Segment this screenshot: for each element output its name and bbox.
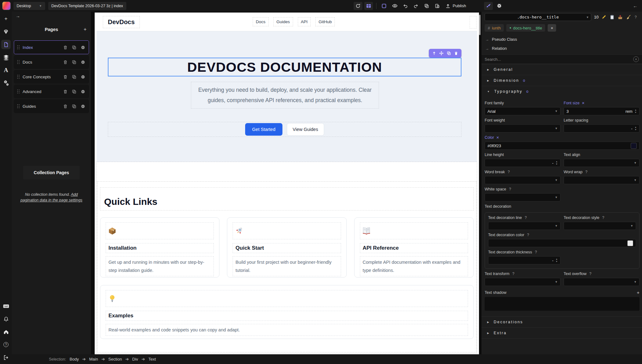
pseudo-class-row[interactable]: → Pseudo Class [482,35,642,44]
help-question[interactable]: ? [634,15,637,19]
breadcrumb-text[interactable]: Text [149,357,156,361]
select-parent-arrow-icon[interactable] [432,51,436,55]
stepper-icon[interactable]: ▲▼ [635,109,637,114]
integrations-gears-icon[interactable] [1,78,11,88]
drag-handle-icon[interactable] [17,104,19,108]
shortcuts-keyboard-icon[interactable] [1,301,11,311]
site-logo[interactable]: DevDocs [103,16,140,28]
breadcrumb-body[interactable]: Body [70,357,79,361]
outline-mode-icon[interactable] [380,2,388,10]
canvas-scrollbar[interactable] [479,15,481,35]
duplicate-copy-icon[interactable] [71,74,77,80]
duplicate-copy-icon[interactable] [71,89,77,94]
canvas-page[interactable]: DevDocs Docs Guides API GitHub DEVDOCS D… [95,13,479,354]
style-source-select[interactable]: .docs-hero__title ▼ [485,13,591,21]
nav-link-guides[interactable]: Guides [273,17,293,26]
word-break-select[interactable]: ▼ [485,176,560,184]
card-examples[interactable]: Examples Real-world examples and code sn… [100,285,474,339]
token-id-chip[interactable]: # iunth [485,24,504,32]
publish-button[interactable]: Publish [445,3,466,8]
page-settings-gear-icon[interactable] [80,89,86,94]
pages-file-icon[interactable] [1,40,11,49]
page-item-docs[interactable]: Docs [14,55,89,69]
breadcrumb-div[interactable]: Div [132,357,138,361]
section-dimension[interactable]: ▶ Dimension o [482,75,642,86]
delete-trash-icon[interactable] [62,44,68,50]
section-decorations[interactable]: ▶ Decorations [482,316,642,327]
add-component-plus-icon[interactable]: + [1,14,11,23]
drag-handle-icon[interactable] [17,45,19,49]
quick-links-heading-box[interactable]: Quick Links [100,187,474,211]
notifications-bell-icon[interactable] [1,314,11,324]
text-overflow-select[interactable]: ▼ [564,278,639,286]
quick-links-heading[interactable]: Quick Links [104,196,157,207]
white-space-select[interactable]: ▼ [485,193,560,201]
breadcrumb-main[interactable]: Main [89,357,98,361]
card-quick-start[interactable]: Quick Start Build your first project wit… [227,217,346,278]
relation-row[interactable]: → Relation [482,44,642,53]
redo-icon[interactable] [412,2,420,10]
text-shadow-empty-box[interactable] [485,297,639,311]
clear-search-icon[interactable]: × [633,56,639,62]
delete-icon[interactable] [454,51,458,55]
color-input[interactable]: #0f0f23 [485,142,639,150]
copy-icon[interactable] [422,2,431,10]
quick-links-section[interactable]: Quick Links Installation Get up and runn… [97,182,476,352]
home-icon[interactable] [1,327,11,336]
add-token-button[interactable]: + [548,24,556,32]
delete-trash-icon[interactable] [62,74,68,80]
section-general[interactable]: ▶ General [482,64,642,75]
page-item-core-concepts[interactable]: Core Concepts [14,70,89,84]
section-extra[interactable]: ▶ Extra [482,327,642,339]
page-item-index[interactable]: Index [14,40,89,54]
remove-style-icon[interactable]: ✕ [582,101,585,105]
delete-trash-icon[interactable] [62,89,68,94]
duplicate-copy-icon[interactable] [71,103,77,109]
panel-collapse-arrow-icon[interactable]: → [16,13,20,18]
assets-gem-icon[interactable] [1,27,11,36]
breadcrumb-section[interactable]: Section [108,357,122,361]
letter-spacing-input[interactable]: - ▲▼ [564,124,639,133]
site-navbar[interactable]: DevDocs Docs Guides API GitHub [97,14,477,31]
stepper-icon[interactable]: ▲▼ [635,126,637,131]
color-swatch[interactable] [631,143,637,149]
font-weight-select[interactable]: ▼ [485,124,560,133]
delete-trash-icon[interactable] [62,103,68,109]
drag-handle-icon[interactable] [17,90,19,94]
line-height-input[interactable]: - ▲▼ [485,159,560,167]
paint-brush-icon[interactable] [484,2,493,10]
card-api-reference[interactable]: API Reference Complete API documentation… [354,217,474,278]
text-align-select[interactable]: ▼ [564,159,639,167]
delete-trash-icon[interactable] [62,59,68,65]
typography-a-icon[interactable]: A [1,65,11,75]
settings-gear-icon[interactable] [495,2,503,10]
page-settings-gear-icon[interactable] [80,74,86,80]
clean-broom-icon[interactable] [626,14,631,20]
grid-view-icon[interactable] [364,2,373,10]
add-text-shadow-icon[interactable]: + [637,290,639,295]
drag-handle-icon[interactable] [17,75,19,79]
page-settings-gear-icon[interactable] [80,44,86,50]
move-icon[interactable] [439,51,444,55]
navigator-layers-icon[interactable] [1,53,11,62]
copy-clipboard-icon[interactable] [609,14,615,20]
import-box-icon[interactable] [618,14,623,20]
hero-subtitle[interactable]: Everything you need to build, deploy, an… [191,82,379,109]
duplicate-copy-icon[interactable] [71,44,77,50]
page-settings-gear-icon[interactable] [80,103,86,109]
nav-link-docs[interactable]: Docs [253,17,269,26]
page-item-advanced[interactable]: Advanced [14,85,89,98]
preview-eye-icon[interactable] [390,2,399,10]
page-settings-gear-icon[interactable] [80,59,86,65]
text-decoration-style-select[interactable]: ▼ [564,222,636,230]
text-transform-select[interactable]: ▼ [485,278,560,286]
text-decoration-color-input[interactable] [488,239,636,247]
duplicate-copy-icon[interactable] [71,59,77,65]
token-class-chip[interactable]: • docs-hero__title [506,24,545,32]
drag-handle-icon[interactable] [17,60,19,64]
search-input[interactable] [485,57,633,62]
font-family-select[interactable]: Arial ▼ [485,107,560,115]
text-decoration-thickness-input[interactable]: - ▲▼ [488,256,560,264]
paste-icon[interactable] [433,2,442,10]
get-started-button[interactable]: Get Started [245,123,282,136]
